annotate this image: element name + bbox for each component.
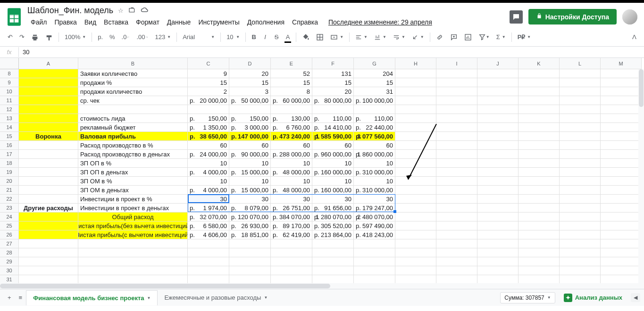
share-button[interactable]: Настройки Доступа: [528, 9, 617, 25]
cell-K13[interactable]: [519, 114, 560, 123]
cell-E20[interactable]: 10: [271, 177, 312, 186]
fill-color-icon[interactable]: [299, 31, 312, 43]
cell-A19[interactable]: [19, 168, 78, 177]
cell-H14[interactable]: [395, 123, 436, 132]
cell-H28[interactable]: [395, 248, 436, 257]
cell-L20[interactable]: [560, 177, 601, 186]
cell-E26[interactable]: р.62 419,00: [271, 230, 312, 239]
cell-I10[interactable]: [436, 87, 477, 96]
insert-link-icon[interactable]: [433, 31, 446, 43]
row-header-24[interactable]: 24: [0, 213, 19, 221]
row-header-26[interactable]: 26: [0, 230, 19, 239]
cell-E18[interactable]: 10: [271, 159, 312, 168]
cell-J17[interactable]: [477, 150, 519, 159]
insert-chart-icon[interactable]: [461, 31, 475, 43]
increase-decimal-icon[interactable]: .00→: [134, 31, 151, 43]
cell-E30[interactable]: [271, 266, 312, 275]
cell-M27[interactable]: [601, 239, 642, 248]
cell-F19[interactable]: р.160 000,00: [312, 168, 354, 177]
menu-file[interactable]: Файл: [27, 16, 50, 28]
cell-B18[interactable]: ЗП ОП в %: [78, 159, 188, 168]
cell-J30[interactable]: [477, 266, 519, 275]
move-icon[interactable]: [128, 6, 136, 15]
cell-J21[interactable]: [477, 186, 519, 195]
cell-H29[interactable]: [395, 257, 436, 266]
row-header-8[interactable]: 8: [0, 69, 19, 78]
cell-K27[interactable]: [519, 239, 560, 248]
cell-C15[interactable]: р.38 650,00: [188, 132, 229, 141]
cell-H19[interactable]: [395, 168, 436, 177]
cell-G17[interactable]: р.1 860 000,00: [354, 150, 395, 159]
cell-E16[interactable]: 60: [271, 141, 312, 150]
cell-L9[interactable]: [560, 78, 601, 87]
cell-H18[interactable]: [395, 159, 436, 168]
cell-F12[interactable]: [312, 105, 354, 114]
cell-G30[interactable]: [354, 266, 395, 275]
cell-F20[interactable]: 10: [312, 177, 354, 186]
cell-F26[interactable]: р.213 864,00: [312, 230, 354, 239]
row-header-15[interactable]: 15: [0, 132, 19, 141]
cell-B26[interactable]: Чистая прибыль(с вычетом инвестиций): [78, 230, 188, 239]
cell-C10[interactable]: 2: [188, 87, 229, 96]
menu-insert[interactable]: Вставка: [100, 16, 132, 28]
cell-J16[interactable]: [477, 141, 519, 150]
cell-D15[interactable]: р.147 000,00: [229, 132, 271, 141]
cell-E8[interactable]: 52: [271, 69, 312, 78]
cell-A16[interactable]: [19, 141, 78, 150]
sheet-tab-2[interactable]: Ежемесячные и разовые расходы▼: [158, 290, 274, 305]
bold-icon[interactable]: B: [249, 31, 259, 43]
filter-icon[interactable]: ▼: [476, 31, 493, 43]
cell-G19[interactable]: р.310 000,00: [354, 168, 395, 177]
text-rotation-icon[interactable]: ▼: [409, 32, 427, 42]
menu-help[interactable]: Справка: [289, 16, 321, 28]
cell-L11[interactable]: [560, 96, 601, 105]
cell-A26[interactable]: [19, 230, 78, 239]
cell-H15[interactable]: [395, 132, 436, 141]
cell-M29[interactable]: [601, 257, 642, 266]
cell-L13[interactable]: [560, 114, 601, 123]
cell-B17[interactable]: Расход производство в деньгах: [78, 150, 188, 159]
row-header-28[interactable]: 28: [0, 248, 19, 257]
cell-B20[interactable]: ЗП ОМ в %: [78, 177, 188, 186]
menu-addons[interactable]: Дополнения: [244, 16, 288, 28]
cell-F24[interactable]: р.1 280 070,00: [312, 213, 354, 221]
cell-I8[interactable]: [436, 69, 477, 78]
strikethrough-icon[interactable]: S: [271, 31, 282, 43]
cell-I29[interactable]: [436, 257, 477, 266]
avatar[interactable]: [622, 9, 637, 25]
cell-D22[interactable]: 30: [229, 195, 271, 204]
cell-D28[interactable]: [229, 248, 271, 257]
cell-H9[interactable]: [395, 78, 436, 87]
cell-G16[interactable]: 60: [354, 141, 395, 150]
cell-F10[interactable]: 20: [312, 87, 354, 96]
cell-M24[interactable]: [601, 213, 642, 221]
row-header-27[interactable]: 27: [0, 239, 19, 248]
sum-box[interactable]: Сумма: 307857▼: [500, 292, 555, 303]
row-header-30[interactable]: 30: [0, 266, 19, 275]
cell-A11[interactable]: [19, 96, 78, 105]
col-header-G[interactable]: G: [354, 58, 395, 69]
cell-G15[interactable]: р.3 077 560,00: [354, 132, 395, 141]
cell-M15[interactable]: [601, 132, 642, 141]
cell-G20[interactable]: 10: [354, 177, 395, 186]
cell-F23[interactable]: р.91 656,00: [312, 204, 354, 213]
cell-A21[interactable]: [19, 186, 78, 195]
col-header-I[interactable]: I: [436, 58, 477, 69]
cell-J18[interactable]: [477, 159, 519, 168]
cell-A22[interactable]: [19, 195, 78, 204]
cell-F18[interactable]: 10: [312, 159, 354, 168]
scroll-left-icon[interactable]: ◀: [631, 293, 640, 302]
horizontal-scrollbar[interactable]: [0, 283, 638, 289]
cell-C25[interactable]: р.6 580,00: [188, 221, 229, 230]
col-header-A[interactable]: A: [19, 58, 78, 69]
row-header-18[interactable]: 18: [0, 159, 19, 168]
cell-K15[interactable]: [519, 132, 560, 141]
row-header-29[interactable]: 29: [0, 257, 19, 266]
cell-G18[interactable]: 10: [354, 159, 395, 168]
cell-I16[interactable]: [436, 141, 477, 150]
cell-L18[interactable]: [560, 159, 601, 168]
cell-L24[interactable]: [560, 213, 601, 221]
cell-A8[interactable]: [19, 69, 78, 78]
cell-M19[interactable]: [601, 168, 642, 177]
cell-F15[interactable]: р.1 585 590,00: [312, 132, 354, 141]
